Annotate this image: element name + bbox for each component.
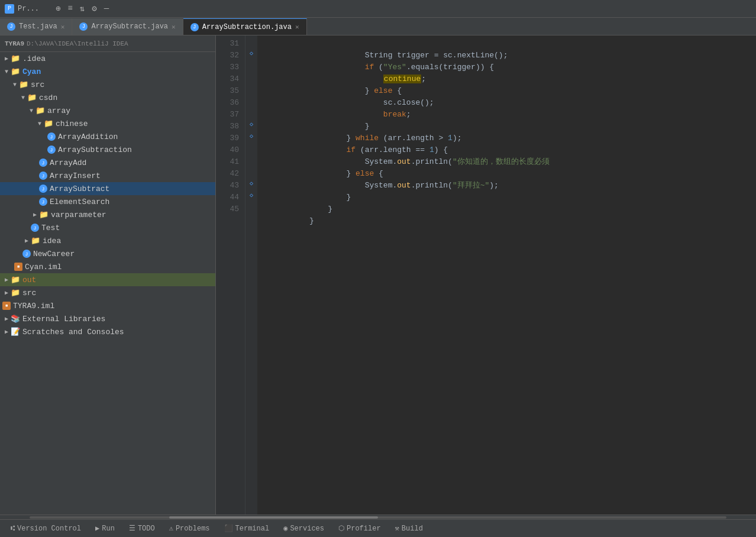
- gutter-32: ◇: [245, 47, 257, 59]
- bottom-tab-run[interactable]: ▶ Run: [89, 522, 121, 536]
- tab-arraysubtraction[interactable]: J ArraySubtraction.java ✕: [183, 18, 307, 35]
- sidebar-item-arraysubtract[interactable]: J ArraySubtract: [0, 182, 215, 195]
- sidebar-item-elementsearch[interactable]: J ElementSearch: [0, 195, 215, 208]
- gutter-43: ◇: [245, 177, 257, 189]
- run-icon: ▶: [95, 524, 99, 533]
- sidebar-item-idea[interactable]: ▶ 📁 .idea: [0, 52, 215, 65]
- item-label: ArrayAddition: [58, 132, 118, 141]
- problems-icon: ⚠: [169, 524, 173, 533]
- terminal-icon: ⬛: [224, 524, 233, 533]
- minimize-icon[interactable]: —: [104, 4, 109, 14]
- java-file-icon: J: [39, 158, 47, 167]
- line-num-36: 36: [216, 97, 245, 109]
- folder-icon: 📁: [19, 80, 28, 89]
- gutter-44: ◇: [245, 189, 257, 201]
- line-num-31: 31: [216, 38, 245, 50]
- tab-arraysubtract[interactable]: J ArraySubtract.java ✕: [72, 18, 183, 35]
- bottom-bar: ⑆ Version Control ▶ Run ☰ TODO ⚠ Problem…: [0, 519, 756, 537]
- sidebar-item-src2[interactable]: ▶ 📁 src: [0, 286, 215, 299]
- java-icon: J: [190, 23, 199, 31]
- folder-icon: 📁: [35, 106, 45, 115]
- code-lines[interactable]: String trigger = sc.nextLine(); if ("Yes…: [257, 35, 756, 515]
- line-num-34: 34: [216, 73, 245, 85]
- bottom-tab-version-control[interactable]: ⑆ Version Control: [5, 522, 87, 536]
- java-file-icon: J: [39, 198, 47, 206]
- close-icon[interactable]: ✕: [295, 23, 299, 31]
- bottom-tab-services[interactable]: ◉ Services: [277, 522, 330, 536]
- sidebar-item-scratches[interactable]: ▶ 📝 Scratches and Consoles: [0, 325, 215, 338]
- folder-icon: 📁: [39, 210, 49, 219]
- item-label: ArrayInsert: [50, 172, 101, 180]
- folder-icon: 📁: [11, 67, 20, 76]
- line-num-44: 44: [216, 192, 245, 203]
- gutter-41: [245, 154, 257, 166]
- code-line-31: String trigger = sc.nextLine();: [263, 38, 756, 50]
- line-num-45: 45: [216, 203, 245, 215]
- bottom-tab-build[interactable]: ⚒ Build: [389, 522, 429, 536]
- iml-file-icon: ■: [14, 263, 22, 271]
- close-icon[interactable]: ✕: [172, 23, 176, 31]
- sidebar-item-newcareer[interactable]: J NewCareer: [0, 247, 215, 260]
- iml-file-icon: ■: [2, 302, 11, 310]
- sidebar-item-cyan[interactable]: ▼ 📁 Cyan: [0, 65, 215, 78]
- item-label: Cyan: [22, 67, 41, 76]
- folder-icon: 📁: [11, 288, 20, 297]
- folder-icon: 📁: [44, 119, 53, 128]
- gutter-38: ◇: [245, 118, 257, 130]
- arrow-icon: ▶: [2, 315, 11, 322]
- bottom-tab-todo[interactable]: ☰ TODO: [123, 522, 161, 536]
- folder-icon: 📁: [11, 275, 20, 284]
- sidebar-header: TYRA9 D:\JAVA\IDEA\IntelliJ IDEA: [0, 35, 215, 52]
- bottom-tab-label: TODO: [138, 525, 155, 533]
- sidebar-item-arrayaddition[interactable]: J ArrayAddition: [0, 130, 215, 143]
- sidebar-item-idea2[interactable]: ▶ 📁 idea: [0, 234, 215, 247]
- services-icon: ◉: [283, 524, 287, 533]
- sidebar-item-test[interactable]: J Test: [0, 221, 215, 234]
- line-numbers: 31 32 33 34 35 36 37 38 39 40 41 42 43 4…: [216, 35, 245, 515]
- bottom-tab-label: Build: [402, 525, 423, 533]
- sidebar-item-arrayinsert[interactable]: J ArrayInsert: [0, 169, 215, 182]
- bottom-tab-profiler[interactable]: ⬡ Profiler: [332, 522, 387, 536]
- java-file-icon: J: [31, 224, 39, 232]
- gutter-31: [245, 35, 257, 47]
- sidebar: TYRA9 D:\JAVA\IDEA\IntelliJ IDEA ▶ 📁 .id…: [0, 35, 216, 515]
- bottom-tab-label: Version Control: [17, 525, 81, 533]
- sidebar-item-out[interactable]: ▶ 📁 out: [0, 273, 215, 286]
- scrollbar-area[interactable]: [0, 515, 756, 519]
- close-icon[interactable]: ✕: [61, 23, 65, 31]
- bottom-tab-terminal[interactable]: ⬛ Terminal: [218, 522, 276, 536]
- sidebar-item-cyan-iml[interactable]: ■ Cyan.iml: [0, 260, 215, 273]
- bottom-tab-label: Problems: [176, 525, 210, 533]
- arrow-icon: ▶: [22, 237, 31, 244]
- sidebar-item-csdn[interactable]: ▼ 📁 csdn: [0, 91, 215, 104]
- new-tab-icon[interactable]: ⊕: [56, 4, 60, 14]
- layout-icon[interactable]: ⇅: [80, 4, 85, 14]
- project-path: D:\JAVA\IDEA\IntelliJ IDEA: [27, 40, 128, 47]
- sidebar-item-src[interactable]: ▼ 📁 src: [0, 78, 215, 91]
- java-file-icon: J: [47, 132, 56, 141]
- sidebar-item-chinese[interactable]: ▼ 📁 chinese: [0, 117, 215, 130]
- bottom-tab-problems[interactable]: ⚠ Problems: [163, 522, 216, 536]
- scrollbar-thumb: [169, 516, 378, 519]
- sidebar-item-arraysubtraction[interactable]: J ArraySubtraction: [0, 143, 215, 156]
- project-label: TYRA9: [5, 40, 24, 47]
- horizontal-scrollbar[interactable]: [30, 516, 726, 519]
- item-label: src: [22, 289, 36, 297]
- code-line-45: }: [263, 203, 756, 215]
- folder-icon: 📁: [27, 93, 37, 102]
- item-label: ArraySubtraction: [58, 145, 132, 154]
- gutter-45: [245, 201, 257, 213]
- sidebar-item-array[interactable]: ▼ 📁 array: [0, 104, 215, 117]
- structure-icon[interactable]: ≡: [67, 4, 72, 14]
- arrow-icon: ▼: [27, 108, 35, 114]
- app-icon: P: [5, 4, 14, 14]
- sidebar-item-varparameter[interactable]: ▶ 📁 varparameter: [0, 208, 215, 221]
- java-file-icon: J: [22, 250, 31, 258]
- java-file-icon: J: [39, 172, 47, 180]
- sidebar-item-tyra9-iml[interactable]: ■ TYRA9.iml: [0, 299, 215, 312]
- settings-icon[interactable]: ⚙: [92, 4, 96, 14]
- sidebar-item-arrayadd[interactable]: J ArrayAdd: [0, 156, 215, 169]
- tab-test[interactable]: J Test.java ✕: [0, 18, 72, 35]
- sidebar-item-ext-libs[interactable]: ▶ 📚 External Libraries: [0, 312, 215, 325]
- app-title: Pr...: [18, 5, 39, 13]
